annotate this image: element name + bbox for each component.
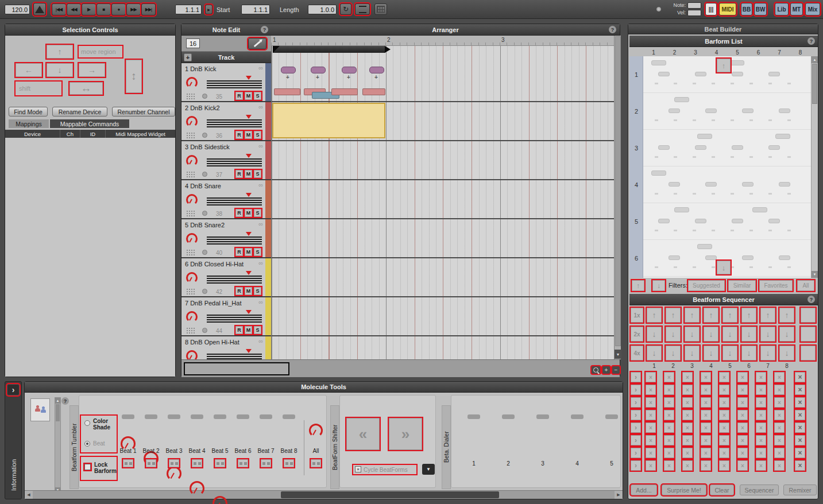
move-region-label[interactable]: move region (79, 46, 122, 57)
move-right-button[interactable]: → (79, 63, 105, 77)
help-icon[interactable]: ? (807, 296, 815, 303)
track-row[interactable]: 7 DnB Pedal Hi_Hat∞44RMS (181, 297, 271, 336)
sequencer-lower-button[interactable]: ↓ (722, 346, 737, 360)
sequencer-step-cell[interactable]: × (737, 385, 748, 395)
loop-region-bar[interactable] (273, 46, 385, 53)
sequencer-step-cell[interactable]: × (646, 397, 656, 408)
sequencer-step-cell[interactable]: × (719, 372, 729, 382)
link-icon[interactable]: ∞ (258, 103, 263, 110)
record-arm-button[interactable]: R (235, 92, 243, 100)
note-value-display[interactable] (687, 2, 701, 9)
clip-bar[interactable] (331, 88, 358, 95)
radio-color-shade[interactable] (84, 420, 90, 426)
mode-indicator[interactable] (202, 211, 207, 216)
scroll-down-button[interactable]: ▼ (615, 350, 621, 359)
sequencer-step-cell[interactable]: × (701, 372, 711, 382)
sequencer-step-cell[interactable]: × (737, 422, 748, 433)
stretch-horizontal-button[interactable]: ↔ (69, 82, 103, 95)
queue-button[interactable] (355, 3, 370, 15)
mute-button[interactable]: M (245, 170, 252, 178)
filter-suggested-button[interactable]: Suggested (688, 280, 725, 291)
sequencer-step-cell[interactable]: × (756, 397, 766, 408)
sequencer-step-cell[interactable]: × (682, 397, 693, 408)
sequencer-row-play-button[interactable]: › (631, 422, 641, 433)
shift-left-button[interactable]: « (346, 418, 380, 450)
solo-button[interactable]: S (254, 131, 261, 139)
track-knob[interactable] (186, 233, 198, 245)
sequencer-row-delete-button[interactable]: × (795, 448, 805, 458)
arranger-lane[interactable] (272, 102, 615, 141)
sequencer-step-cell[interactable]: × (719, 422, 729, 433)
link-icon[interactable]: ∞ (258, 64, 263, 71)
mute-button[interactable]: M (245, 287, 252, 295)
sequencer-raise-button[interactable]: ↑ (685, 308, 700, 323)
sequencer-lower-button[interactable]: ↓ (779, 327, 794, 342)
solo-button[interactable]: S (254, 170, 261, 178)
sequencer-step-cell[interactable]: × (682, 372, 693, 382)
sequencer-raise-button[interactable]: ↑ (779, 308, 794, 323)
sequencer-step-cell[interactable]: × (682, 422, 693, 433)
sequencer-step-cell[interactable]: × (756, 410, 766, 420)
velocity-slider[interactable] (207, 349, 262, 359)
sequencer-step-cell[interactable]: × (737, 397, 748, 408)
start-display[interactable]: 1.1.1 (241, 5, 270, 14)
arranger-vscrollbar[interactable]: ▼ (614, 36, 621, 359)
mode-indicator[interactable] (202, 133, 207, 138)
move-up-button[interactable]: ↑ (47, 45, 73, 59)
record-arm-button[interactable]: R (235, 287, 243, 295)
bw-button[interactable]: BW (754, 3, 767, 15)
mode-indicator[interactable] (202, 289, 207, 294)
sequencer-step-cell[interactable]: × (719, 397, 729, 408)
sequencer-row-delete-button[interactable]: × (795, 460, 805, 471)
lib-button[interactable]: Lib (775, 3, 789, 15)
clip-note-hit[interactable] (342, 67, 357, 73)
mute-button[interactable]: M (245, 131, 252, 139)
clip-bar[interactable] (274, 88, 300, 95)
mt-button[interactable]: MT (790, 3, 803, 15)
scroll-up-button[interactable]: ▲ (812, 56, 818, 63)
sequencer-row-play-button[interactable]: › (631, 435, 641, 445)
sequencer-step-cell[interactable]: × (701, 397, 711, 408)
add-track-button[interactable]: + (184, 53, 192, 61)
track-knob[interactable] (186, 311, 198, 323)
shift-label[interactable]: shift (16, 82, 61, 95)
scroll-down-button[interactable]: ▼ (812, 271, 818, 278)
sequencer-step-cell[interactable]: × (701, 410, 711, 420)
track-row[interactable]: 2 DnB Kick2∞36RMS (181, 102, 271, 141)
sequencer-step-cell[interactable]: × (719, 460, 729, 471)
midi-button[interactable]: MIDI (719, 3, 736, 15)
cycle-beatforms-checkbox[interactable]: × (355, 466, 361, 472)
tab-mappable-commands[interactable]: Mappable Commands (50, 119, 129, 128)
arranger-lane[interactable] (272, 141, 615, 180)
barform-list-item[interactable] (643, 166, 811, 203)
track-knob[interactable] (186, 194, 198, 206)
col-midi-mapped-widget[interactable]: Midi Mapped Widget (106, 130, 175, 138)
barform-list-item[interactable] (643, 130, 811, 166)
sequencer-row-delete-button[interactable]: × (795, 422, 805, 433)
help-icon[interactable]: ? (609, 26, 616, 33)
grid-button[interactable] (374, 3, 387, 15)
sequencer-step-cell[interactable]: × (646, 422, 656, 433)
sequencer-lower-button[interactable]: ↓ (704, 346, 718, 360)
loop-button[interactable]: ↻ (340, 3, 351, 15)
sequencer-step-cell[interactable]: × (756, 422, 766, 433)
arranger-lane[interactable] (272, 297, 615, 336)
sequencer-row-play-button[interactable]: › (631, 460, 641, 471)
sequencer-step-cell[interactable]: × (774, 385, 785, 395)
sequencer-step-cell[interactable]: × (664, 435, 674, 445)
clip-note-hit[interactable] (369, 67, 384, 73)
sequencer-row-delete-button[interactable]: × (795, 385, 805, 395)
lock-barform-checkbox[interactable] (84, 464, 91, 470)
beat-stepper[interactable] (123, 459, 133, 467)
mode-indicator[interactable] (202, 328, 207, 333)
sequencer-step-cell[interactable]: × (664, 448, 674, 458)
sequencer-row-delete-button[interactable]: × (795, 410, 805, 420)
transport-stop-button[interactable]: ■ (96, 3, 111, 15)
mapping-table-body[interactable] (5, 138, 175, 377)
sequencer-lower-button[interactable]: ↓ (666, 327, 681, 342)
sequencer-lower-button[interactable]: ↓ (760, 327, 775, 342)
beat-knob[interactable] (167, 466, 181, 481)
sequencer-row-play-button[interactable]: › (631, 385, 641, 395)
renumber-channel-button[interactable]: Renumber Channel (112, 107, 175, 117)
mute-button[interactable]: M (245, 209, 252, 217)
